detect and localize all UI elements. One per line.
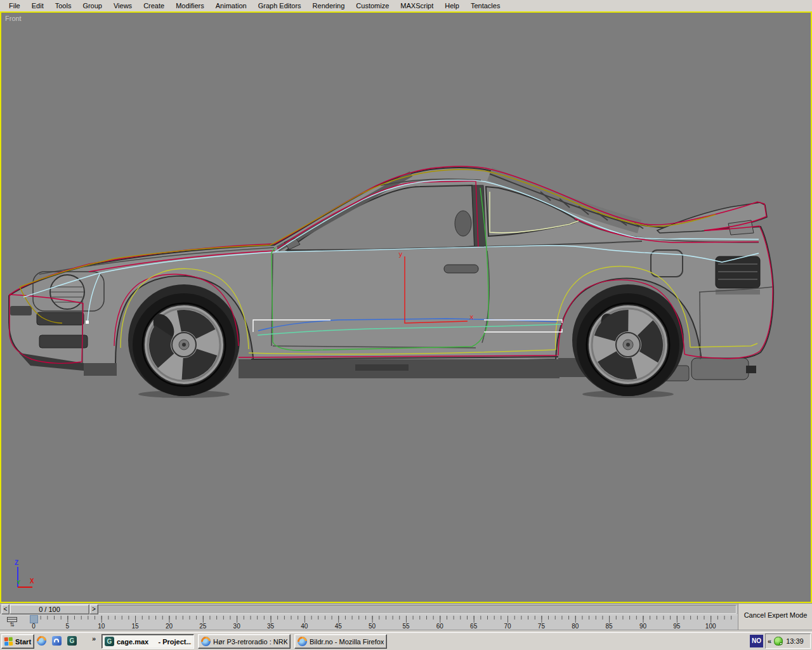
scene-canvas[interactable]: y x Z X Y — [1, 13, 811, 602]
ruler-label-35: 35 — [267, 623, 274, 630]
open-mini-track-bar-button[interactable]: ⇅ — [2, 616, 22, 629]
ruler-label-10: 10 — [98, 623, 105, 630]
ruler-label-100: 100 — [705, 623, 716, 630]
ruler-label-95: 95 — [673, 623, 680, 630]
taskbar: Start G » G cage.max - Project... Hør P3… — [0, 632, 812, 650]
gizmo-x-label: X — [30, 578, 34, 585]
firefox-quicklaunch-icon[interactable] — [37, 636, 47, 646]
3dsmax-icon: G — [105, 637, 114, 646]
time-slider-track[interactable] — [1, 605, 737, 614]
mini-track-icon — [7, 617, 17, 622]
ruler-minor-ticks — [30, 616, 737, 620]
front-underbody — [84, 363, 117, 376]
muffler — [691, 358, 749, 380]
front-wheel — [133, 293, 235, 396]
tray-collapse-chevron[interactable]: « — [768, 637, 771, 645]
gizmo-y-label: Y — [16, 579, 20, 585]
time-slider-row: < 0 / 100 > — [0, 603, 738, 614]
blue-app-icon — [52, 636, 62, 646]
menu-file[interactable]: File — [3, 1, 26, 11]
blue-app-quicklaunch-icon[interactable] — [52, 636, 62, 646]
spline-vertex — [86, 321, 89, 324]
3dsmax-icon: G — [67, 636, 77, 646]
windows-logo-icon — [4, 637, 14, 646]
desktop: FileEditToolsGroupViewsCreateModifiersAn… — [0, 0, 812, 650]
tail-light — [716, 256, 760, 288]
messenger-icon[interactable] — [774, 637, 783, 646]
menu-modifiers[interactable]: Modifiers — [170, 1, 210, 11]
rear-bumper-vertical-seam — [700, 292, 700, 359]
exhaust-tip — [746, 366, 756, 373]
ruler-label-50: 50 — [369, 623, 376, 630]
time-slider-thumb[interactable]: 0 / 100 — [10, 604, 89, 614]
start-label: Start — [15, 638, 31, 646]
firefox-icon — [201, 637, 211, 646]
cancel-expert-mode-button[interactable]: Cancel Expert Mode — [738, 611, 812, 619]
world-axis-gizmo: Z X Y — [15, 559, 34, 587]
ruler-label-5: 5 — [66, 623, 70, 630]
previous-frame-button[interactable]: < — [1, 604, 10, 614]
ruler-label-90: 90 — [639, 623, 646, 630]
rear-wheel — [577, 293, 679, 396]
menu-maxscript[interactable]: MAXScript — [395, 1, 439, 11]
firefox-icon — [298, 637, 307, 646]
system-tray: « 13:39 — [765, 633, 811, 649]
tripod-y-label: y — [398, 250, 403, 258]
tripod-x-label: x — [469, 313, 474, 321]
seat-headrest — [455, 211, 471, 236]
ruler-label-70: 70 — [504, 623, 511, 630]
ruler-label-30: 30 — [233, 623, 240, 630]
ruler-label-85: 85 — [606, 623, 613, 630]
taskbar-task-bildr[interactable]: Bildr.no - Mozilla Firefox — [294, 634, 387, 649]
ruler-label-60: 60 — [436, 623, 443, 630]
menu-group[interactable]: Group — [77, 1, 108, 11]
task-label: Hør P3-retroradio : NRK ... — [213, 638, 287, 646]
firefox-icon — [37, 636, 46, 646]
menu-customize[interactable]: Customize — [350, 1, 395, 11]
next-frame-button[interactable]: > — [89, 604, 98, 614]
gizmo-z-label: Z — [15, 559, 18, 566]
menu-views[interactable]: Views — [108, 1, 138, 11]
menu-create[interactable]: Create — [138, 1, 170, 11]
ruler-label-45: 45 — [335, 623, 342, 630]
ruler-label-80: 80 — [572, 623, 579, 630]
viewport-label[interactable]: Front — [5, 15, 22, 22]
ruler-label-15: 15 — [132, 623, 139, 630]
quicklaunch-overflow-chevron[interactable]: » — [92, 635, 96, 642]
ruler-label-0: 0 — [32, 623, 36, 630]
track-bar[interactable]: ⇅ 05101520253035404550556065707580859095… — [0, 614, 738, 630]
expert-mode-panel: Cancel Expert Mode — [738, 603, 812, 630]
ruler-label-75: 75 — [538, 623, 545, 630]
start-button[interactable]: Start — [1, 634, 34, 649]
nose-slot — [10, 306, 32, 315]
door-handle — [444, 265, 478, 273]
ruler-label-55: 55 — [402, 623, 409, 630]
ruler-label-25: 25 — [199, 623, 206, 630]
ruler-label-20: 20 — [166, 623, 173, 630]
task-label: Bildr.no - Mozilla Firefox — [310, 638, 384, 646]
bumper-vent-lower — [39, 335, 88, 348]
menu-tools[interactable]: Tools — [49, 1, 77, 11]
ruler-label-65: 65 — [470, 623, 477, 630]
language-indicator[interactable]: NO — [750, 635, 763, 647]
taskbar-task-nrk-radio[interactable]: Hør P3-retroradio : NRK ... — [198, 634, 291, 649]
3dsmax-quicklaunch-icon[interactable]: G — [67, 636, 77, 646]
task-label: cage.max - Project... — [117, 638, 191, 646]
menu-help[interactable]: Help — [439, 1, 465, 11]
clock: 13:39 — [786, 637, 804, 645]
menu-edit[interactable]: Edit — [26, 1, 49, 11]
taskbar-task-cage-max[interactable]: G cage.max - Project... — [102, 634, 194, 649]
ruler-label-40: 40 — [301, 623, 308, 630]
menu-bar: FileEditToolsGroupViewsCreateModifiersAn… — [0, 0, 812, 11]
viewport-front[interactable]: Front — [0, 11, 812, 603]
menu-animation[interactable]: Animation — [210, 1, 252, 11]
menu-rendering[interactable]: Rendering — [307, 1, 351, 11]
sill-notch — [355, 364, 409, 371]
menu-tentacles[interactable]: Tentacles — [465, 1, 506, 11]
menu-graph-editors[interactable]: Graph Editors — [252, 1, 307, 11]
